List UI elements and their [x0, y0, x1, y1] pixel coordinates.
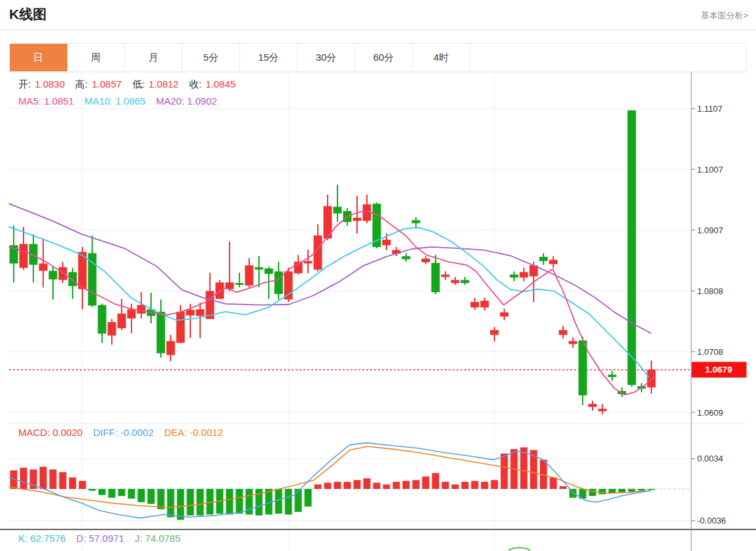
svg-text:-0.0036: -0.0036 [697, 516, 726, 526]
macd-bar [177, 489, 184, 520]
kdj-value-0: K: 62.7576 [18, 533, 66, 544]
candle-body[interactable] [304, 261, 313, 263]
candle-body[interactable] [432, 263, 440, 292]
candle-body[interactable] [196, 309, 205, 316]
candle-body[interactable] [608, 375, 617, 377]
macd-bar [628, 489, 636, 492]
candle-body[interactable] [137, 305, 146, 314]
candle-wick [356, 196, 358, 234]
svg-text:1.0679: 1.0679 [705, 365, 732, 375]
macd-bar [422, 476, 430, 489]
candle-body[interactable] [510, 275, 519, 278]
candle-body[interactable] [216, 282, 224, 299]
candle-body[interactable] [49, 271, 58, 279]
macd-bar [501, 454, 508, 489]
candle-wick [239, 273, 240, 287]
candle-body[interactable] [412, 220, 421, 224]
candle-body[interactable] [118, 314, 126, 328]
ohlc-label-2: 低: [132, 78, 145, 90]
candle-wick [150, 293, 152, 324]
candle-body[interactable] [451, 280, 460, 283]
candle-body[interactable] [265, 269, 273, 274]
candle-body[interactable] [441, 275, 450, 277]
period-tab-周[interactable]: 周 [67, 44, 125, 71]
candle-body[interactable] [20, 244, 28, 267]
period-tab-5分[interactable]: 5分 [182, 44, 240, 71]
candle-body[interactable] [353, 218, 362, 221]
macd-axis-labels: 0.0034-0.0036 [691, 454, 726, 526]
candle-body[interactable] [589, 404, 597, 407]
macd-bar [69, 477, 77, 489]
last-price-badge: 1.0679 [692, 362, 747, 378]
candle-body[interactable] [186, 310, 195, 315]
macd-bar [60, 472, 67, 489]
candle-body[interactable] [245, 265, 254, 286]
candle-body[interactable] [402, 256, 411, 259]
candle-body[interactable] [647, 370, 656, 388]
ma-value-1: MA10: 1.0865 [84, 95, 145, 107]
candle-body[interactable] [481, 301, 489, 307]
candle-body[interactable] [69, 272, 77, 286]
macd-bar [383, 484, 390, 489]
period-tab-60分[interactable]: 60分 [355, 44, 413, 71]
svg-text:1.1007: 1.1007 [697, 165, 723, 175]
candle-body[interactable] [157, 312, 165, 353]
macd-value-2: DEA: -0.0012 [164, 427, 223, 438]
ohlc-value-0: 1.0830 [35, 78, 65, 90]
macd-bar [452, 484, 459, 489]
candle-body[interactable] [422, 259, 430, 263]
candle-body[interactable] [500, 312, 509, 317]
macd-bar [403, 481, 410, 489]
candle-body[interactable] [461, 280, 470, 283]
candle-body[interactable] [108, 322, 116, 336]
candle-body[interactable] [235, 283, 244, 285]
macd-bar [20, 468, 27, 489]
candle-body[interactable] [334, 207, 342, 213]
macd-bar [118, 489, 126, 496]
candle-body[interactable] [549, 260, 558, 265]
candle-body[interactable] [39, 263, 48, 271]
candle-body[interactable] [520, 272, 528, 277]
macd-bar [550, 477, 557, 489]
candle-body[interactable] [167, 341, 175, 355]
candle-body[interactable] [579, 341, 587, 395]
candlesticks[interactable] [10, 110, 656, 414]
candle-body[interactable] [628, 110, 636, 385]
macd-bar [285, 489, 292, 514]
period-tab-月[interactable]: 月 [125, 44, 182, 71]
svg-text:1.0708: 1.0708 [697, 347, 723, 357]
candle-body[interactable] [177, 312, 185, 343]
candle-body[interactable] [383, 240, 391, 245]
macd-bar [167, 489, 175, 517]
candle-body[interactable] [128, 309, 136, 318]
macd-info-row: MACD: 0.0020DIFF: -0.0002DEA: -0.0012 [18, 427, 233, 438]
macd-bar [40, 467, 47, 489]
period-tab-4时[interactable]: 4时 [413, 44, 470, 71]
period-tab-30分[interactable]: 30分 [298, 44, 355, 71]
macd-bar [432, 473, 439, 489]
candle-body[interactable] [569, 341, 577, 344]
candle-body[interactable] [275, 271, 283, 294]
candle-body[interactable] [59, 267, 67, 280]
macd-bar [442, 482, 449, 489]
macd-bar [315, 484, 322, 489]
candle-body[interactable] [255, 267, 264, 270]
tab-bar-filler [470, 44, 746, 71]
macd-bar [187, 489, 194, 516]
macd-bar [305, 489, 312, 507]
period-tab-15分[interactable]: 15分 [240, 44, 298, 71]
candle-body[interactable] [540, 257, 548, 261]
ohlc-label-0: 开: [18, 78, 31, 90]
period-tab-日[interactable]: 日 [10, 44, 67, 71]
ohlc-value-1: 1.0857 [92, 78, 122, 90]
candle-body[interactable] [471, 302, 479, 307]
svg-text:1.0808: 1.0808 [697, 286, 723, 296]
candle-body[interactable] [284, 271, 293, 299]
candle-body[interactable] [598, 409, 607, 411]
macd-bar [481, 482, 489, 489]
macd-bar [373, 483, 381, 489]
candle-body[interactable] [559, 330, 568, 335]
macd-bar [226, 489, 233, 514]
candle-body[interactable] [490, 330, 499, 335]
candle-body[interactable] [98, 305, 107, 334]
